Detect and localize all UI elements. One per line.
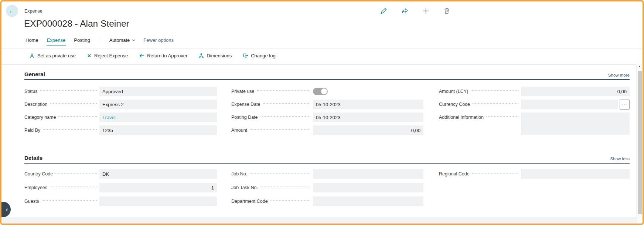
scroll-up-icon: ▲ xyxy=(638,65,641,68)
field-expense-date: Expense Date 05-10-2023 xyxy=(231,100,423,109)
details-section-rule xyxy=(24,163,630,164)
status-field[interactable]: Approved xyxy=(99,87,217,96)
vertical-scrollbar[interactable]: ▲ xyxy=(636,64,643,224)
field-paid-by: Paid By 1235 xyxy=(24,125,217,135)
field-label: Job No. xyxy=(231,171,247,177)
delete-trash-icon xyxy=(443,7,450,14)
currency-code-field[interactable] xyxy=(521,100,618,109)
job-no-field[interactable] xyxy=(313,169,423,179)
field-label: Country Code xyxy=(24,171,53,177)
country-code-field[interactable]: DK xyxy=(99,169,217,179)
ribbon-tabs: Home Expense Posting Automate Fewer opti… xyxy=(25,35,174,45)
field-posting-date: Posting Date 05-10-2023 xyxy=(231,113,423,122)
add-plus-icon xyxy=(422,7,430,15)
tab-home[interactable]: Home xyxy=(25,37,39,44)
posting-date-field[interactable]: 05-10-2023 xyxy=(313,113,423,122)
toggle-knob xyxy=(321,88,327,94)
field-job-task-no: Job Task No. xyxy=(231,183,423,192)
guests-field[interactable]: _ xyxy=(99,197,217,206)
field-additional-information: Additional Information xyxy=(439,113,630,138)
field-description: Description Express 2 xyxy=(24,100,217,109)
fewer-options-link[interactable]: Fewer options xyxy=(143,37,174,43)
field-regional-code: Regional Code xyxy=(439,169,630,179)
action-bar: Set as private use Reject Expense Return… xyxy=(29,50,276,61)
field-label: Department Code xyxy=(231,199,268,204)
set-as-private-use-button[interactable]: Set as private use xyxy=(29,53,76,58)
expense-date-field[interactable]: 05-10-2023 xyxy=(313,100,423,109)
field-label: Private use xyxy=(231,89,255,94)
chevron-left-icon: ‹ xyxy=(6,205,8,214)
field-label: Additional Information xyxy=(439,115,484,120)
person-private-use-icon xyxy=(29,53,35,58)
field-label: Category name xyxy=(24,115,56,120)
field-guests: Guests _ xyxy=(24,197,217,206)
details-section: Details Show less Country Code DK Employ… xyxy=(1,141,643,210)
show-less-link[interactable]: Show less xyxy=(610,157,630,161)
general-section-rule xyxy=(24,79,630,80)
currency-assist-button[interactable]: ... xyxy=(620,100,630,110)
field-status: Status Approved xyxy=(24,87,217,96)
department-code-field[interactable] xyxy=(313,197,423,206)
tab-posting[interactable]: Posting xyxy=(74,37,90,44)
section-gap xyxy=(1,217,643,224)
page-caption: Expense xyxy=(24,9,42,14)
field-label: Expense Date xyxy=(231,102,260,107)
field-department-code: Department Code xyxy=(231,197,423,206)
delete-button[interactable] xyxy=(442,6,451,15)
arrow-return-left-icon xyxy=(139,53,144,58)
new-button[interactable] xyxy=(421,6,430,15)
field-label: Employees xyxy=(24,185,47,190)
lines-part-header: Lines New line Delete line Dimension xyxy=(1,224,643,225)
field-amount-lcy: Amount (LCY) 0,00 xyxy=(439,87,630,96)
back-arrow-icon: ← xyxy=(9,7,15,15)
field-label: Paid By xyxy=(24,128,40,133)
field-label: Regional Code xyxy=(439,171,470,177)
page-title: EXP000028 - Alan Steiner xyxy=(24,19,129,29)
additional-information-field[interactable] xyxy=(521,113,630,135)
field-label: Posting Date xyxy=(231,115,258,120)
private-use-toggle[interactable] xyxy=(313,88,328,95)
field-label: Amount xyxy=(231,128,247,133)
details-section-title: Details xyxy=(24,155,42,161)
field-private-use: Private use xyxy=(231,87,423,96)
tab-automate[interactable]: Automate xyxy=(109,37,136,43)
dimensions-branch-icon xyxy=(198,53,204,58)
x-reject-icon xyxy=(87,53,92,58)
back-button[interactable]: ← xyxy=(6,5,18,17)
category-name-field[interactable]: Travel xyxy=(99,113,217,122)
field-job-no: Job No. xyxy=(231,169,423,179)
field-currency-code: Currency Code ... xyxy=(439,100,630,109)
amount-field[interactable]: 0,00 xyxy=(313,125,423,135)
page-toolbar xyxy=(379,6,451,15)
general-section: General Show more Status Approved Descri… xyxy=(1,65,643,141)
job-task-no-field[interactable] xyxy=(313,183,423,192)
scroll-up-button[interactable]: ▲ xyxy=(637,64,643,70)
field-label: Amount (LCY) xyxy=(439,89,468,94)
field-amount: Amount 0,00 xyxy=(231,125,423,135)
tab-expense[interactable]: Expense xyxy=(47,37,66,44)
share-icon xyxy=(401,7,409,15)
change-log-icon xyxy=(243,53,248,58)
amount-lcy-field[interactable]: 0,00 xyxy=(521,87,630,96)
employees-field[interactable]: 1 xyxy=(99,183,217,192)
change-log-button[interactable]: Change log xyxy=(243,53,276,58)
description-field[interactable]: Express 2 xyxy=(99,100,217,109)
show-more-link[interactable]: Show more xyxy=(608,73,630,77)
dimensions-button[interactable]: Dimensions xyxy=(198,53,232,58)
edit-button[interactable] xyxy=(379,6,388,15)
field-label: Description xyxy=(24,102,48,107)
chevron-down-icon xyxy=(132,38,136,42)
regional-code-field[interactable] xyxy=(521,169,630,179)
card-content: General Show more Status Approved Descri… xyxy=(1,65,643,225)
return-to-approver-button[interactable]: Return to Approver xyxy=(139,53,187,58)
ellipsis-icon: ... xyxy=(622,101,627,106)
share-button[interactable] xyxy=(400,6,409,15)
paid-by-field[interactable]: 1235 xyxy=(99,125,217,135)
general-section-title: General xyxy=(24,71,45,77)
field-label: Guests xyxy=(24,199,39,204)
scrollbar-thumb[interactable] xyxy=(638,71,642,214)
ribbon-rule xyxy=(1,48,643,49)
field-label: Status xyxy=(24,89,37,94)
field-category-name: Category name Travel xyxy=(24,113,217,122)
reject-expense-button[interactable]: Reject Expense xyxy=(87,53,128,58)
